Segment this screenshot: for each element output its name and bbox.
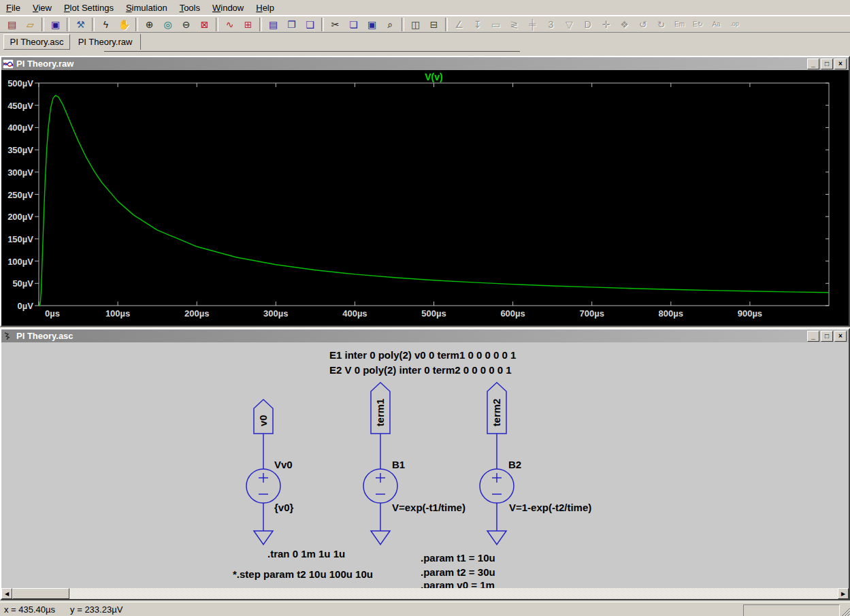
y-axis-label: 300µV	[7, 167, 33, 178]
schematic-window-titlebar[interactable]: PI Theory.asc _ □ ×	[1, 329, 849, 342]
menu-view[interactable]: View	[27, 1, 58, 14]
toolbar-separator	[92, 18, 95, 31]
minimize-button[interactable]: _	[807, 331, 819, 342]
refdes-b1[interactable]: B1	[392, 459, 405, 470]
tab-label: PI Theory.raw	[78, 37, 133, 47]
autorange-y-button[interactable]: ∿	[221, 16, 238, 32]
directive-param-t1[interactable]: .param t1 = 10u	[421, 552, 495, 564]
voltage-source-vv0[interactable]	[246, 434, 280, 531]
toolbar-separator	[321, 18, 324, 31]
waveform-plot[interactable]: 0µV50µV100µV150µV200µV250µV300µV350µV400…	[1, 70, 849, 325]
new-schematic-button[interactable]: ▤	[3, 16, 20, 32]
scroll-right-button[interactable]: ▶	[838, 588, 849, 599]
resize-grip[interactable]	[839, 606, 850, 616]
window-title: PI Theory.raw	[16, 59, 807, 69]
ground-symbol[interactable]	[254, 531, 273, 545]
tile-horizontal-button[interactable]: ❐	[283, 16, 300, 32]
net-label-v0[interactable]: v0	[257, 415, 269, 427]
status-bar: x = 435.40µs y = 233.23µV	[0, 602, 850, 616]
schematic-window: PI Theory.asc _ □ ×	[0, 328, 850, 600]
net-label-term1[interactable]: term1	[374, 399, 386, 427]
ground-tool-button: ↧	[469, 16, 486, 32]
paste-button[interactable]: ▣	[363, 16, 380, 32]
zoom-out-button[interactable]: ⊖	[178, 16, 195, 32]
mirror-tool-button: Em	[671, 16, 688, 32]
netlist-line-e1[interactable]: E1 inter 0 poly(2) v0 0 term1 0 0 0 0 0 …	[329, 349, 516, 361]
close-button[interactable]: ×	[834, 331, 847, 342]
voltage-source-b1[interactable]	[363, 434, 397, 531]
y-axis-label: 200µV	[7, 212, 33, 222]
open-file-button[interactable]: ▱	[22, 16, 39, 32]
menu-plot-settings[interactable]: Plot Settings	[58, 1, 120, 14]
toolbar-separator	[216, 18, 218, 31]
value-b2[interactable]: V=1-exp(-t2/time)	[509, 502, 591, 513]
menu-window[interactable]: Window	[206, 1, 250, 14]
zoom-extents-button[interactable]: ◎	[159, 16, 176, 32]
maximize-button[interactable]: □	[821, 331, 833, 342]
zoom-undo-button[interactable]: ⊠	[196, 16, 213, 32]
y-axis-label: 100µV	[7, 257, 33, 267]
toolbar: ▤▱▣⚒ϟ✋⊕◎⊖⊠∿⊞▤❐❑✂❏▣⌕◫⊟∠↧▭≷╪3▽D✛❖↺↻EmE↻Aa.…	[0, 16, 850, 33]
value-vv0[interactable]: {v0}	[274, 502, 293, 513]
directive-tran[interactable]: .tran 0 1m 1u 1u	[267, 548, 345, 560]
control-panel-button[interactable]: ⚒	[72, 16, 89, 32]
trace-legend[interactable]: V(v)	[39, 71, 829, 82]
zoom-in-button[interactable]: ⊕	[141, 16, 158, 32]
directive-param-v0[interactable]: .param v0 = 1m	[421, 579, 495, 588]
ground-symbol[interactable]	[371, 531, 390, 545]
refdes-b2[interactable]: B2	[508, 459, 521, 470]
tab-pi-theory-raw[interactable]: PI Theory.raw	[70, 34, 141, 50]
scrollbar-thumb[interactable]	[12, 588, 69, 599]
redo-button: ↻	[653, 16, 670, 32]
minimize-button[interactable]: _	[807, 59, 819, 69]
waveform-window-titlebar[interactable]: PI Theory.raw _ □ ×	[1, 57, 849, 70]
print-preview-button[interactable]: ◫	[407, 16, 424, 32]
run-simulation-button[interactable]: ϟ	[97, 16, 114, 32]
cut-button[interactable]: ✂	[327, 16, 344, 32]
menu-help[interactable]: Help	[250, 1, 280, 14]
directive-param-t2[interactable]: .param t2 = 30u	[421, 566, 495, 578]
net-label-term2[interactable]: term2	[491, 399, 502, 427]
copy-button[interactable]: ❏	[345, 16, 362, 32]
voltage-source-b2[interactable]	[480, 434, 514, 531]
tab-label: PI Theory.asc	[10, 37, 64, 47]
cursor-x-readout: x = 435.40µs	[4, 604, 55, 615]
save-button[interactable]: ▣	[47, 16, 64, 32]
tab-pi-theory-asc[interactable]: PI Theory.asc	[3, 34, 70, 50]
text-tool-button: Aa	[708, 16, 725, 32]
plot-settings-button[interactable]: ⊞	[240, 16, 257, 32]
value-b1[interactable]: V=exp(-t1/time)	[392, 502, 465, 513]
scroll-left-button[interactable]: ◀	[1, 588, 12, 599]
directive-step[interactable]: *.step param t2 10u 100u 10u	[233, 568, 373, 580]
window-title: PI Theory.asc	[16, 331, 807, 341]
toolbar-separator	[445, 18, 448, 31]
toolbar-separator	[135, 18, 138, 31]
capacitor-tool-button: ╪	[524, 16, 541, 32]
schematic-canvas[interactable]: v0 term1 term2 E1 inter 0 poly(2) v0 0 t…	[1, 342, 849, 588]
tile-vertical-button[interactable]: ▤	[265, 16, 282, 32]
plot-canvas: 0µV50µV100µV150µV200µV250µV300µV350µV400…	[1, 70, 849, 325]
menu-bar: FileViewPlot SettingsSimulationToolsWind…	[0, 0, 850, 16]
netlist-line-e2[interactable]: E2 V 0 poly(2) inter 0 term2 0 0 0 0 0 1	[329, 364, 512, 376]
horizontal-scrollbar[interactable]: ◀ ▶	[1, 588, 849, 599]
menu-file[interactable]: File	[0, 1, 27, 14]
toolbar-separator	[259, 18, 262, 31]
refdes-vv0[interactable]: Vv0	[274, 459, 293, 470]
maximize-button[interactable]: □	[821, 59, 833, 69]
close-button[interactable]: ×	[834, 59, 847, 69]
tab-underline	[104, 51, 520, 52]
trace-v-v-[interactable]	[39, 95, 829, 306]
find-button[interactable]: ⌕	[382, 16, 399, 32]
schematic-symbols: v0 term1 term2	[1, 342, 849, 588]
rotate-tool-button: E↻	[689, 16, 706, 32]
y-axis-label: 0µV	[18, 301, 34, 311]
y-axis-label: 50µV	[12, 278, 33, 289]
x-axis-label: 800µs	[659, 308, 683, 319]
menu-tools[interactable]: Tools	[174, 1, 206, 14]
tab-bar: PI Theory.asc PI Theory.raw	[0, 33, 850, 52]
cascade-windows-button[interactable]: ❑	[301, 16, 318, 32]
print-button[interactable]: ⊟	[425, 16, 442, 32]
ground-symbol[interactable]	[487, 531, 506, 545]
menu-simulation[interactable]: Simulation	[120, 1, 174, 14]
x-axis-label: 400µs	[342, 308, 367, 319]
